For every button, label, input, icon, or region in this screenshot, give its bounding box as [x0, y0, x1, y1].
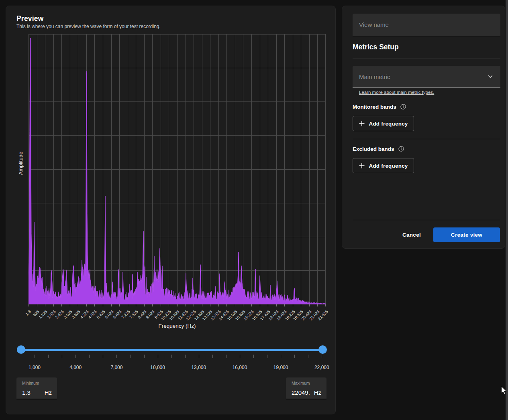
dialog-actions: Cancel Create view: [342, 227, 505, 243]
metrics-setup-panel: Metrics Setup Main metric Learn more abo…: [342, 6, 505, 249]
slider-tick-label: 19,000: [273, 365, 288, 370]
slider-max-thumb[interactable]: [318, 345, 327, 354]
slider-tick: [35, 355, 35, 358]
slider-tick: [322, 355, 322, 358]
slider-min-thumb[interactable]: [17, 345, 25, 354]
x-tick-label: 2,425: [54, 309, 64, 319]
slider-tick: [171, 355, 172, 358]
slider-tick-label: 10,000: [150, 365, 165, 370]
slider-tick: [116, 355, 117, 358]
x-tick-label: 4,825: [87, 309, 97, 319]
info-icon[interactable]: [398, 146, 404, 152]
slider-tick-label: 1,000: [29, 365, 41, 370]
preview-subtitle: This is where you can preview the wave f…: [16, 24, 161, 29]
divider: [353, 59, 500, 59]
slider-tick: [281, 355, 281, 358]
slider-tick-label: 13,000: [191, 365, 206, 370]
cancel-button[interactable]: Cancel: [396, 228, 427, 241]
slider-tick: [253, 355, 254, 358]
x-tick-label: 9,025: [145, 309, 155, 319]
main-metric-select[interactable]: Main metric: [353, 66, 500, 88]
view-name-input[interactable]: [353, 14, 500, 36]
add-frequency-button-monitored[interactable]: Add frequency: [353, 116, 414, 131]
minimum-value[interactable]: 1.3: [22, 389, 31, 396]
add-frequency-label: Add frequency: [369, 121, 408, 127]
x-tick-label: 1,825: [46, 309, 56, 319]
x-tick-label: 1,225: [38, 309, 48, 319]
x-tick-label: 3,625: [71, 309, 81, 319]
create-view-button[interactable]: Create view: [433, 227, 500, 242]
plus-icon: [359, 120, 365, 127]
learn-more-link[interactable]: Learn more about main metric types.: [359, 90, 434, 95]
maximum-value[interactable]: 22049.: [292, 389, 310, 396]
slider-tick: [48, 355, 49, 358]
slider-tick-label: 16,000: [233, 365, 247, 370]
y-axis-title: Amplitude: [18, 152, 24, 175]
x-tick-label: 7,825: [129, 309, 139, 319]
slider-tick: [131, 355, 131, 358]
excluded-bands-label: Excluded bands: [353, 146, 394, 152]
slider-tick: [75, 355, 76, 358]
scrollbar[interactable]: [506, 0, 508, 420]
x-tick-label: 6,625: [112, 309, 122, 319]
maximum-label: Maximum: [292, 381, 321, 386]
minimum-unit: Hz: [45, 389, 52, 396]
slider-tick: [89, 355, 90, 358]
slider-tick: [308, 355, 308, 358]
divider: [353, 139, 500, 139]
monitored-bands-label: Monitored bands: [353, 104, 396, 110]
slider-tick: [144, 355, 145, 358]
x-tick-label: 6,025: [104, 309, 114, 319]
slider-tick: [185, 355, 186, 358]
excluded-bands-row: Excluded bands: [353, 146, 404, 152]
metrics-setup-title: Metrics Setup: [353, 43, 399, 51]
add-frequency-label: Add frequency: [369, 163, 408, 169]
slider-tick: [294, 355, 295, 358]
x-tick-label: 8,425: [137, 309, 147, 319]
x-tick-label: 4,225: [79, 309, 89, 319]
slider-tick: [226, 355, 226, 358]
x-tick-label: 3,025: [63, 309, 73, 319]
divider: [353, 220, 500, 220]
slider-tick: [212, 355, 213, 358]
plus-icon: [359, 162, 365, 169]
preview-card: Preview This is where you can preview th…: [6, 6, 336, 414]
slider-tick: [158, 355, 158, 358]
slider-tick: [267, 355, 267, 358]
chevron-down-icon: [486, 72, 495, 81]
slider-tick: [199, 355, 199, 358]
minimum-label: Minimum: [22, 381, 52, 386]
minimum-frequency-field[interactable]: Minimum 1.3 Hz: [16, 377, 57, 399]
add-frequency-button-excluded[interactable]: Add frequency: [353, 158, 414, 173]
maximum-unit: Hz: [314, 389, 321, 396]
slider-tick: [62, 355, 62, 358]
spectrum-svg: [29, 34, 326, 307]
slider-tick-label: 22,000: [314, 365, 329, 370]
frequency-range-slider-rail[interactable]: [18, 349, 325, 351]
slider-tick-label: 7,000: [110, 365, 122, 370]
preview-title: Preview: [16, 14, 44, 23]
monitored-bands-row: Monitored bands: [353, 103, 406, 110]
main-metric-placeholder: Main metric: [359, 73, 390, 80]
x-tick-label: 5,425: [96, 309, 106, 319]
spectrum-chart: [29, 34, 326, 307]
slider-tick-label: 4,000: [69, 365, 82, 370]
x-tick-label: 1.3: [24, 309, 32, 317]
maximum-frequency-field[interactable]: Maximum 22049. Hz: [286, 377, 326, 399]
slider-tick: [103, 355, 103, 358]
slider-tick: [240, 355, 240, 358]
x-tick-label: 7,225: [120, 309, 131, 319]
info-icon[interactable]: [400, 103, 406, 110]
x-axis-title: Frequency (Hz): [29, 323, 326, 329]
